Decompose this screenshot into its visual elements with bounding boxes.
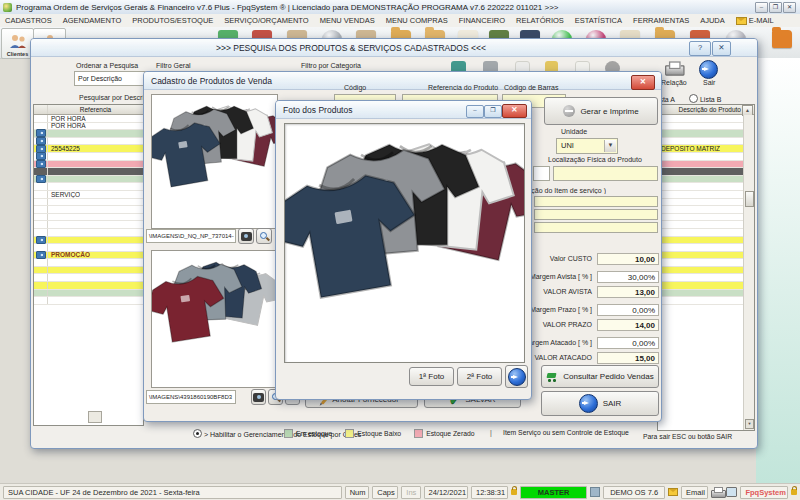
table-row[interactable] <box>658 206 746 214</box>
table-row[interactable] <box>34 206 143 214</box>
table-row[interactable] <box>658 183 746 191</box>
table-row[interactable]: 25545225 <box>34 145 143 153</box>
descricao-header[interactable]: Descrição do Produto <box>658 106 754 113</box>
product-window-titlebar[interactable]: Cadastro de Produtos de Venda <box>144 72 661 90</box>
status-email[interactable]: Email <box>681 486 708 499</box>
table-row[interactable] <box>658 252 746 260</box>
foto1-button[interactable]: 1ª Foto <box>409 367 454 386</box>
scroll-down-icon[interactable]: ▼ <box>745 419 754 429</box>
localizacao-input[interactable] <box>553 166 658 181</box>
minimize-button[interactable]: – <box>755 2 768 13</box>
table-row[interactable] <box>658 221 746 229</box>
photo-capture-button-2[interactable] <box>251 389 266 405</box>
search-close-button[interactable]: ✕ <box>712 41 731 56</box>
sair-top-icon[interactable] <box>699 60 718 79</box>
table-row[interactable] <box>658 115 746 123</box>
table-row[interactable] <box>658 267 746 275</box>
price-input[interactable]: 15,00 <box>597 352 659 364</box>
table-row[interactable] <box>658 237 746 245</box>
menu-agendamento[interactable]: AGENDAMENTO <box>63 16 122 25</box>
menu-relat-rios[interactable]: RELATÓRIOS <box>516 16 564 25</box>
table-row[interactable] <box>34 297 143 305</box>
email-status-icon[interactable] <box>668 488 678 496</box>
table-row[interactable] <box>658 229 746 237</box>
image-path-2-input[interactable]: \IMAGENS\4391860190BF8D3 <box>146 390 236 404</box>
table-row[interactable] <box>34 229 143 237</box>
menu-ferramentas[interactable]: FERRAMENTAS <box>633 16 689 25</box>
table-row[interactable] <box>658 161 746 169</box>
menu-servi-o-or-amento[interactable]: SERVIÇO/ORÇAMENTO <box>224 16 308 25</box>
image-path-1-input[interactable]: \IMAGENS\D_NQ_NP_737014- <box>146 229 236 243</box>
foto2-button[interactable]: 2ª Foto <box>457 367 502 386</box>
table-row[interactable]: DEPOSITO MATRIZ <box>658 145 746 153</box>
table-row[interactable]: PROMOÇÃO <box>34 252 143 260</box>
relacao-label[interactable]: Relação <box>661 79 687 86</box>
table-row[interactable] <box>34 259 143 267</box>
table-row[interactable] <box>658 153 746 161</box>
product-close-button[interactable]: ✕ <box>631 75 655 90</box>
table-row[interactable] <box>658 244 746 252</box>
table-row[interactable] <box>34 199 143 207</box>
hscrollbar[interactable] <box>88 411 102 423</box>
referencia-header[interactable]: Referencia <box>48 106 143 113</box>
table-row[interactable] <box>34 274 143 282</box>
consultar-pedido-button[interactable]: Consultar Pedido Vendas <box>541 365 659 388</box>
table-row[interactable] <box>34 153 143 161</box>
photo-search-button-1[interactable] <box>256 228 272 244</box>
table-row[interactable] <box>34 176 143 184</box>
table-row[interactable] <box>658 199 746 207</box>
product-photo-1[interactable] <box>151 94 278 229</box>
table-row[interactable] <box>34 161 143 169</box>
gerar-imprime-button[interactable]: Gerar e Imprime <box>544 97 658 125</box>
table-row[interactable] <box>34 130 143 138</box>
price-input[interactable]: 10,00 <box>597 253 659 265</box>
table-row[interactable] <box>34 290 143 298</box>
products-grid-right[interactable]: Descrição do Produto ▲ DEPOSITO MATRIZ ▼ <box>657 104 755 431</box>
price-input[interactable]: 30,00% <box>597 271 659 283</box>
price-input[interactable]: 0,00% <box>597 337 659 349</box>
monitor-icon[interactable] <box>726 487 737 497</box>
dialog-close-button[interactable]: ✕ <box>502 104 527 118</box>
descricao-input-2[interactable] <box>534 209 658 220</box>
table-row[interactable] <box>34 282 143 290</box>
lista-b-radio[interactable]: Lista B <box>689 94 721 103</box>
menu-cadastros[interactable]: CADASTROS <box>5 16 52 25</box>
dialog-minimize-button[interactable]: – <box>466 105 484 118</box>
main-titlebar[interactable]: Programa Ordem de Serviços Gerais & Fina… <box>0 0 800 15</box>
products-grid-left[interactable]: Referencia POR HORAPOR HORA25545225SERVI… <box>33 104 144 426</box>
table-row[interactable] <box>34 221 143 229</box>
table-row[interactable] <box>658 274 746 282</box>
table-row[interactable]: POR HORA <box>34 123 143 131</box>
table-row[interactable] <box>658 214 746 222</box>
menu-e-mail[interactable]: E-MAIL <box>736 16 774 25</box>
table-row[interactable] <box>34 214 143 222</box>
scrollbar-thumb[interactable] <box>745 191 754 207</box>
table-row[interactable] <box>658 290 746 298</box>
table-row[interactable] <box>658 176 746 184</box>
search-window-titlebar[interactable]: >>> PESQUISA DOS PRODUTOS & SERVIÇOS CAD… <box>31 39 757 57</box>
descricao-input-1[interactable] <box>534 196 658 207</box>
table-row[interactable] <box>658 130 746 138</box>
menu-ajuda[interactable]: AJUDA <box>700 16 725 25</box>
table-row[interactable] <box>658 297 746 305</box>
menu-menu-compras[interactable]: MENU COMPRAS <box>386 16 448 25</box>
close-button[interactable]: ✕ <box>783 2 796 13</box>
price-input[interactable]: 14,00 <box>597 319 659 331</box>
price-input[interactable]: 0,00% <box>597 304 659 316</box>
menu-estat-stica[interactable]: ESTATÍSTICA <box>575 16 622 25</box>
table-row[interactable]: SERVIÇO <box>34 191 143 199</box>
vscrollbar[interactable]: ▼ <box>743 115 754 430</box>
unidade-combobox[interactable]: UNI ▼ <box>556 138 618 154</box>
dialog-next-button[interactable] <box>505 365 528 388</box>
menu-produtos-estoque[interactable]: PRODUTOS/ESTOQUE <box>132 16 213 25</box>
maximize-button[interactable]: ❐ <box>769 2 782 13</box>
product-photo-2[interactable] <box>151 250 278 388</box>
printer-status-icon[interactable] <box>711 487 723 498</box>
table-row[interactable] <box>34 237 143 245</box>
table-row[interactable] <box>34 168 143 176</box>
help-button[interactable]: ? <box>689 41 711 56</box>
table-row[interactable] <box>658 259 746 267</box>
folder-orange-icon[interactable] <box>772 30 792 48</box>
menu-menu-vendas[interactable]: MENU VENDAS <box>320 16 375 25</box>
price-input[interactable]: 13,00 <box>597 286 659 298</box>
